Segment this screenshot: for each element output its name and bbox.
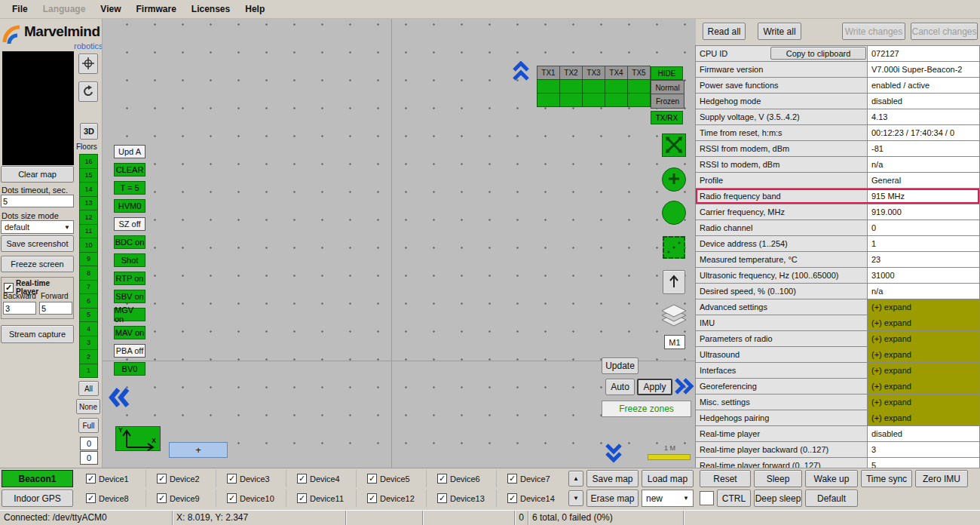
floor-cell[interactable]: 16 [79, 154, 98, 169]
tx-column-header[interactable]: TX1 [537, 66, 560, 80]
menu-licenses[interactable]: Licenses [184, 1, 237, 17]
add-submap-button[interactable]: + [169, 442, 228, 458]
sz-off-button[interactable]: SZ off [114, 217, 145, 231]
copy-to-clipboard-button[interactable]: Copy to clipboard [770, 47, 866, 60]
device-checkbox[interactable]: ✓ [437, 474, 447, 484]
floor-cell[interactable]: 10 [79, 238, 98, 253]
param-value[interactable]: 3 [868, 442, 979, 457]
mgv-on-button[interactable]: MGV on [114, 308, 145, 321]
forward-input[interactable] [39, 302, 72, 315]
device-checkbox[interactable]: ✓ [86, 474, 96, 484]
tx-column-header[interactable]: TX5 [627, 66, 651, 80]
zoom-out-button[interactable] [662, 201, 686, 225]
floor-cell[interactable]: 3 [79, 336, 98, 351]
device-scroll-up-button[interactable]: ▲ [568, 471, 583, 487]
floor-cell[interactable]: 12 [79, 210, 98, 225]
param-value[interactable]: disabled [868, 426, 979, 441]
device-checkbox[interactable]: ✓ [227, 493, 237, 503]
floor-spinner-upper[interactable]: 0 [80, 437, 98, 450]
map-select[interactable]: new ▼ [642, 490, 694, 507]
wake-up-button[interactable]: Wake up [805, 470, 858, 487]
bv0-button[interactable]: BV0 [114, 362, 145, 376]
menu-language[interactable]: Language [35, 1, 93, 17]
device-checkbox[interactable]: ✓ [507, 474, 517, 484]
hvm0-button[interactable]: HVM0 [114, 199, 145, 213]
expand-toggle[interactable]: (+) expand [868, 410, 979, 425]
param-value[interactable]: enabled / active [868, 78, 979, 93]
param-value[interactable]: -81 [868, 141, 979, 156]
load-map-button[interactable]: Load map [642, 470, 694, 487]
save-screenshot-button[interactable]: Save screenshot [1, 235, 74, 252]
rtp-on-button[interactable]: RTP on [114, 272, 145, 285]
tx-column-header[interactable]: TX3 [582, 66, 605, 80]
pan-up-button[interactable] [512, 61, 530, 83]
time-sync-button[interactable]: Time sync [861, 470, 912, 487]
save-map-button[interactable]: Save map [586, 470, 639, 487]
menu-firmware[interactable]: Firmware [128, 1, 183, 17]
mav-on-button[interactable]: MAV on [114, 326, 145, 339]
device-checkbox[interactable]: ✓ [297, 474, 307, 484]
m1-marker[interactable]: M1 [664, 335, 685, 349]
floor-cell[interactable]: 9 [79, 252, 98, 267]
floors-full-button[interactable]: Full [78, 418, 99, 433]
expand-toggle[interactable]: (+) expand [868, 395, 979, 410]
device-checkbox[interactable]: ✓ [157, 493, 167, 503]
tx-cell[interactable] [627, 93, 651, 107]
rotate-button[interactable] [78, 81, 98, 102]
stream-capture-button[interactable]: Stream capture [1, 325, 74, 343]
view-3d-button[interactable]: 3D [80, 123, 98, 140]
tx-cell[interactable] [605, 93, 628, 107]
expand-toggle[interactable]: (+) expand [868, 363, 979, 378]
default-button[interactable]: Default [805, 490, 858, 507]
expand-toggle[interactable]: (+) expand [868, 331, 979, 346]
realtime-player-checkbox[interactable]: ✓ [4, 283, 14, 293]
expand-toggle[interactable]: (+) expand [868, 315, 979, 330]
expand-toggle[interactable]: (+) expand [868, 299, 979, 315]
param-value[interactable]: 072127 [868, 46, 979, 61]
backward-input[interactable] [3, 302, 36, 315]
clear-button[interactable]: CLEAR [114, 163, 145, 177]
apply-button[interactable]: Apply [637, 379, 672, 395]
crosshair-button[interactable] [78, 54, 98, 74]
param-value[interactable]: 915 MHz [868, 189, 979, 204]
deep-sleep-button[interactable]: Deep sleep [754, 490, 802, 507]
device-checkbox[interactable]: ✓ [367, 474, 377, 484]
menu-help[interactable]: Help [237, 1, 272, 17]
param-value[interactable]: V7.000i Super-Beacon-2 [868, 62, 979, 77]
device-scroll-down-button[interactable]: ▼ [568, 490, 583, 506]
tx-cell[interactable] [627, 79, 651, 94]
freeze-screen-button[interactable]: Freeze screen [1, 256, 74, 272]
device-checkbox[interactable]: ✓ [367, 493, 377, 503]
tx-hide-button[interactable]: HIDE [651, 66, 683, 80]
floors-all-button[interactable]: All [78, 381, 99, 396]
write-all-button[interactable]: Write all [758, 23, 801, 40]
floor-cell[interactable]: 8 [79, 266, 98, 281]
expand-toggle[interactable]: (+) expand [868, 379, 979, 394]
map-canvas[interactable]: TX1 TX2 TX3 TX4 TX5 HIDE Normal Frozen T… [102, 19, 696, 468]
read-all-button[interactable]: Read all [703, 23, 746, 40]
bdc-on-button[interactable]: BDC on [114, 235, 145, 249]
tx-column-header[interactable]: TX4 [605, 66, 628, 80]
ctrl-button[interactable]: CTRL [717, 490, 751, 507]
param-value[interactable]: n/a [868, 157, 979, 172]
tx-cell[interactable] [582, 79, 605, 94]
auto-button[interactable]: Auto [605, 379, 635, 395]
clear-map-button[interactable]: Clear map [1, 166, 74, 183]
floor-cell[interactable]: 6 [79, 293, 98, 309]
pan-right-button[interactable] [674, 377, 694, 397]
floor-cell[interactable]: 11 [79, 224, 98, 239]
tx-normal-button[interactable]: Normal [651, 80, 684, 95]
floor-cell[interactable]: 4 [79, 321, 98, 336]
selection-mode-button[interactable] [663, 236, 685, 259]
t5-button[interactable]: T = 5 [114, 181, 145, 195]
sbv-on-button[interactable]: SBV on [114, 290, 145, 303]
device-checkbox[interactable]: ✓ [437, 493, 447, 503]
dots-size-select[interactable]: default ▼ [1, 220, 74, 234]
zoom-in-button[interactable] [662, 167, 686, 192]
device-checkbox[interactable]: ✓ [507, 493, 517, 503]
fit-view-button[interactable] [662, 134, 686, 158]
cancel-changes-button[interactable]: Cancel changes [911, 23, 978, 40]
floor-cell[interactable]: 7 [79, 280, 98, 295]
reset-button[interactable]: Reset [700, 470, 751, 487]
param-value[interactable]: 23 [868, 252, 979, 267]
